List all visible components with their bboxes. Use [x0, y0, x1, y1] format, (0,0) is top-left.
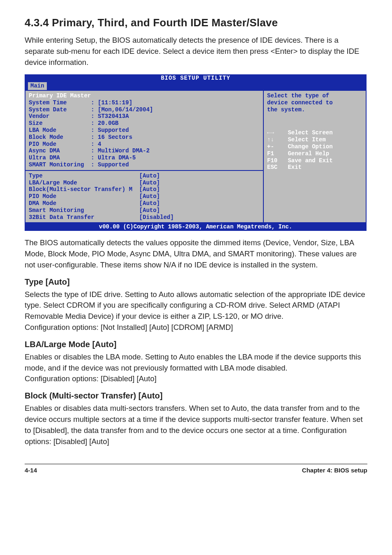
bios-info-row: Size : 20.0GB [29, 120, 260, 127]
bios-info-panel: Primary IDE Master System Time : [11:51:… [25, 91, 263, 170]
bios-options-panel: Type [Auto]LBA/Large Mode [Auto]Block(Mu… [25, 170, 263, 223]
bios-info-row: LBA Mode : Supported [29, 127, 260, 134]
bios-option-row[interactable]: Type [Auto] [29, 173, 260, 180]
bios-info-row: Async DMA : MultiWord DMA-2 [29, 147, 260, 154]
bios-option-row[interactable]: DMA Mode [Auto] [29, 200, 260, 207]
after-bios-paragraph: The BIOS automatically detects the value… [25, 237, 367, 270]
bios-info-row: System Time : [11:51:19] [29, 99, 260, 106]
intro-paragraph: While entering Setup, the BIOS automatic… [25, 35, 367, 68]
block-paragraph: Enables or disables data multi-sectors t… [25, 403, 367, 447]
bios-info-row: Ultra DMA : Ultra DMA-5 [29, 154, 260, 161]
bios-panel-title: Primary IDE Master [29, 92, 260, 99]
chapter-label: Chapter 4: BIOS setup [302, 467, 367, 474]
block-heading: Block (Multi-sector Transfer) [Auto] [25, 391, 367, 401]
bios-info-row: Vendor : ST320413A [29, 113, 260, 120]
bios-footer: v00.00 (C)Copyright 1985-2003, American … [25, 223, 367, 231]
lba-paragraph: Enables or disables the LBA mode. Settin… [25, 352, 367, 385]
bios-help-line: the system. [267, 106, 362, 113]
bios-legend-row: ESC Exit [267, 164, 362, 171]
bios-legend: ←→ Select Screen↑↓ Select Item+- Change … [267, 129, 362, 171]
page-footer: 4-14 Chapter 4: BIOS setup [25, 464, 367, 474]
bios-option-row[interactable]: PIO Mode [Auto] [29, 193, 260, 200]
bios-option-row[interactable]: 32Bit Data Transfer [Disabled] [29, 214, 260, 221]
bios-help-panel: Select the type of device connected to t… [264, 91, 366, 222]
bios-option-row[interactable]: Smart Monitoring [Auto] [29, 207, 260, 214]
type-heading: Type [Auto] [25, 277, 367, 287]
bios-help-line: Select the type of [267, 92, 362, 99]
bios-title: BIOS SETUP UTILITY [25, 74, 367, 82]
bios-legend-row: ←→ Select Screen [267, 129, 362, 136]
lba-heading: LBA/Large Mode [Auto] [25, 340, 367, 349]
type-paragraph: Selects the type of IDE drive. Setting t… [25, 289, 367, 333]
bios-info-row: Block Mode : 16 Sectors [29, 134, 260, 141]
bios-legend-row: ↑↓ Select Item [267, 136, 362, 143]
bios-option-row[interactable]: LBA/Large Mode [Auto] [29, 180, 260, 187]
bios-window: BIOS SETUP UTILITY Main Primary IDE Mast… [25, 74, 367, 231]
section-heading: 4.3.4 Primary, Third, and Fourth IDE Mas… [25, 16, 367, 29]
bios-legend-row: F10 Save and Exit [267, 157, 362, 164]
bios-info-row: System Date : [Mon,06/14/2004] [29, 106, 260, 113]
bios-info-row: SMART Monitoring : Supported [29, 161, 260, 168]
bios-legend-row: F1 General Help [267, 150, 362, 157]
bios-help-line: device connected to [267, 99, 362, 106]
bios-option-row[interactable]: Block(Multi-sector Transfer) M [Auto] [29, 186, 260, 193]
bios-tab-main[interactable]: Main [28, 82, 47, 90]
page-number: 4-14 [25, 467, 37, 474]
bios-tab-row: Main [25, 82, 367, 91]
bios-info-row: PIO Mode : 4 [29, 141, 260, 148]
bios-legend-row: +- Change Option [267, 143, 362, 150]
